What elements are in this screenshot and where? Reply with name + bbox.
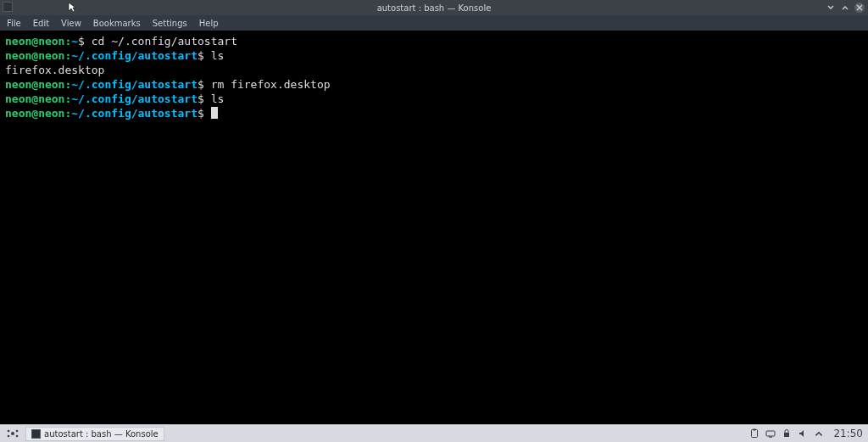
ps1-path: ~/.config/autostart [71,92,198,105]
terminal-line: neon@neon:~/.config/autostart$ ls [5,48,863,63]
ps1-dollar: $ [198,49,211,62]
menu-bar: File Edit View Bookmarks Settings Help [0,15,868,31]
lock-icon[interactable] [782,428,792,439]
ps1-path: ~/.config/autostart [71,107,198,120]
ps1-dollar: $ [198,78,211,91]
ps1-path: ~ [71,35,78,48]
taskbar-task-konsole[interactable]: autostart : bash — Konsole [25,427,164,441]
terminal-line: neon@neon:~/.config/autostart$ ls [5,92,863,106]
svg-point-4 [16,435,19,438]
system-tray: 21:50 [749,428,863,439]
svg-point-2 [16,430,19,433]
terminal-command: cd ~/.config/autostart [92,35,237,48]
terminal-command: ls [211,92,225,105]
volume-icon[interactable] [798,428,808,439]
network-icon[interactable] [765,428,776,439]
ps1-user: neon@neon [5,78,64,91]
window-titlebar: autostart : bash — Konsole [0,0,868,15]
app-icon [3,2,13,12]
chevron-up-icon[interactable] [814,428,824,439]
svg-rect-5 [752,430,758,438]
menu-view[interactable]: View [61,19,81,28]
ps1-user: neon@neon [5,49,64,62]
terminal-line: firefox.desktop [5,63,863,77]
ps1-dollar: $ [198,92,211,105]
svg-rect-8 [769,437,772,438]
minimize-button[interactable] [826,3,835,12]
ps1-path: ~/.config/autostart [71,78,198,91]
terminal-line: neon@neon:~/.config/autostart$ rm firefo… [5,77,863,92]
konsole-icon [31,429,41,439]
ps1-user: neon@neon [5,107,64,120]
svg-rect-6 [754,429,756,431]
menu-file[interactable]: File [7,19,21,28]
clipboard-icon[interactable] [749,428,760,439]
menu-edit[interactable]: Edit [33,19,49,28]
maximize-button[interactable] [840,3,849,12]
ps1-dollar: $ [78,35,92,48]
mouse-cursor-icon [68,2,76,14]
ps1-path: ~/.config/autostart [71,49,198,62]
terminal-line: neon@neon:~/.config/autostart$ [5,106,863,120]
svg-point-0 [11,432,14,435]
ps1-dollar: $ [198,107,211,120]
terminal-command: ls [211,49,225,62]
svg-rect-7 [766,431,775,436]
taskbar: autostart : bash — Konsole 21:50 [0,424,868,442]
svg-point-1 [8,430,10,433]
svg-point-3 [8,435,10,438]
menu-bookmarks[interactable]: Bookmarks [93,19,141,28]
terminal-line: neon@neon:~$ cd ~/.config/autostart [5,34,863,48]
terminal-output-text: firefox.desktop [5,64,104,76]
taskbar-clock[interactable]: 21:50 [833,428,863,439]
window-controls [826,3,865,13]
window-title: autostart : bash — Konsole [377,3,492,13]
menu-settings[interactable]: Settings [153,19,187,28]
close-button[interactable] [854,3,865,13]
ps1-user: neon@neon [5,35,64,48]
terminal-command: rm firefox.desktop [211,78,331,91]
svg-rect-9 [784,433,789,437]
menu-help[interactable]: Help [199,19,219,28]
ps1-user: neon@neon [5,92,64,105]
terminal-output[interactable]: neon@neon:~$ cd ~/.config/autostartneon@… [0,31,868,424]
app-launcher-button[interactable] [5,426,20,441]
taskbar-task-label: autostart : bash — Konsole [44,429,159,439]
terminal-cursor [211,107,218,119]
